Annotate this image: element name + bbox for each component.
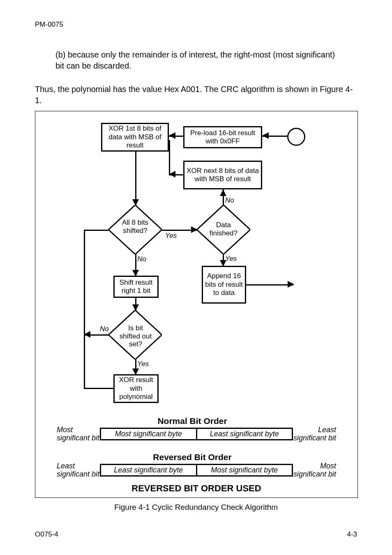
reversed-title: Reversed Bit Order	[104, 452, 281, 462]
para-main: Thus, the polynomial has the value Hex A…	[35, 84, 357, 106]
box-msb-byte: Most significant byte	[197, 464, 293, 477]
label-msb-bit: Most significant bit	[293, 462, 336, 479]
arrow-icon	[132, 270, 139, 276]
arrow-icon	[132, 368, 139, 375]
diamond-isbit-label: Is bit shifted out set?	[119, 324, 152, 348]
arrow-icon	[132, 304, 139, 311]
figure-frame: Pre-load 16-bit result with 0x0FF XOR 1s…	[35, 111, 358, 498]
arrow-icon	[191, 226, 198, 233]
arrow-icon	[169, 132, 175, 139]
box-xor-next: XOR next 8 bits of data with MSB of resu…	[183, 161, 262, 189]
label-yes: Yes	[137, 360, 149, 368]
label-no: No	[225, 196, 234, 205]
page-header: PM-0075	[35, 21, 357, 29]
label-msb-bit: Most significant bit	[57, 426, 100, 442]
normal-title: Normal Bit Order	[104, 416, 281, 426]
arrow-icon	[132, 199, 139, 206]
arrow-icon	[220, 189, 226, 196]
footer-left: O075-4	[35, 530, 58, 539]
label-yes: Yes	[165, 232, 177, 240]
label-no: No	[100, 325, 109, 333]
reversed-bit-order: Reversed Bit Order Least significant bit…	[57, 452, 336, 479]
figure-caption: Figure 4-1 Cyclic Redundancy Check Algor…	[35, 503, 357, 512]
box-xor-poly: XOR result with polynomial	[113, 374, 159, 403]
label-lsb-bit: Least significant bit	[293, 426, 336, 442]
label-yes: Yes	[225, 255, 237, 263]
box-preload: Pre-load 16-bit result with 0x0FF	[183, 126, 262, 148]
page-footer: O075-4 4-3	[35, 530, 357, 539]
normal-bit-order: Normal Bit Order Most significant bit Mo…	[57, 416, 336, 442]
reversed-used: REVERSED BIT ORDER USED	[35, 483, 357, 494]
box-lsb-byte: Least significant byte	[100, 464, 197, 477]
box-append: Append 16 bits of result to data	[202, 266, 246, 304]
box-lsb-byte: Least significant byte	[197, 428, 293, 440]
start-circle	[287, 128, 305, 146]
label-lsb-bit: Least significant bit	[57, 462, 100, 479]
box-xor-first: XOR 1st 8 bits of data with MSB of resul…	[101, 123, 169, 152]
diamond-datafin-label: Data finished?	[207, 221, 240, 237]
label-no: No	[137, 255, 146, 263]
arrow-icon	[262, 132, 269, 139]
diamond-all8-label: All 8 bits shifted?	[118, 219, 153, 235]
para-b: (b) because only the remainder is of int…	[55, 49, 337, 71]
footer-right: 4-3	[347, 530, 357, 539]
arrow-icon	[288, 281, 294, 288]
box-msb-byte: Most significant byte	[100, 428, 197, 440]
box-shift: Shift result right 1 bit	[113, 276, 159, 298]
